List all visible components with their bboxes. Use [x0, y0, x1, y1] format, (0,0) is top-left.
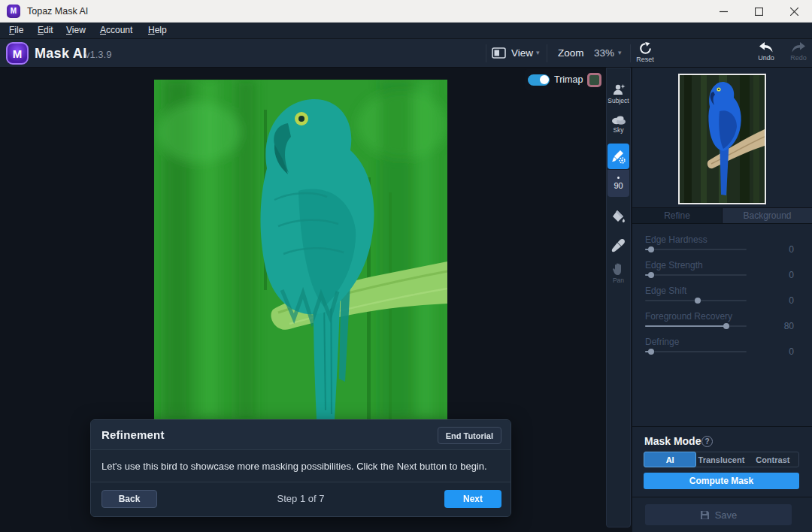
brush-size-value: 90 [614, 181, 623, 190]
window-title: Topaz Mask AI [27, 6, 88, 17]
eyedropper-icon [611, 238, 626, 252]
slider-handle[interactable] [695, 298, 701, 304]
help-icon[interactable]: ? [701, 436, 713, 447]
app-version: v1.3.9 [85, 49, 111, 60]
reset-button[interactable]: Reset [629, 42, 662, 63]
menu-help[interactable]: Help [148, 25, 167, 35]
right-panel: Refine Background Edge Hardness 0 Edge S… [632, 68, 812, 532]
slider-foreground-recovery[interactable]: Foreground Recovery 80 [645, 311, 799, 334]
redo-icon [791, 42, 806, 53]
maximize-icon [755, 8, 763, 16]
mask-mode-ai[interactable]: AI [644, 452, 696, 467]
brush-size-indicator[interactable]: 90 [607, 170, 629, 197]
trimap-toggle[interactable] [528, 74, 550, 86]
save-label: Save [715, 509, 738, 521]
undo-button[interactable]: Undo [750, 42, 783, 62]
brush-settings-icon [611, 149, 626, 165]
undo-icon [759, 42, 774, 53]
slider-defringe[interactable]: Defringe 0 [645, 337, 799, 359]
slider-track[interactable] [645, 351, 747, 352]
pan-tool[interactable]: Pan [607, 262, 630, 284]
close-icon [790, 8, 798, 16]
subject-tool[interactable]: Subject [607, 83, 630, 104]
panel-tabs: Refine Background [632, 207, 812, 224]
slider-edge-shift[interactable]: Edge Shift 0 [645, 286, 799, 308]
title-bar: M Topaz Mask AI [0, 0, 812, 23]
mask-mode-title: Mask Mode [644, 435, 701, 447]
mask-mode-translucent[interactable]: Translucent [695, 452, 747, 467]
eyedropper-tool[interactable] [607, 238, 630, 252]
view-button[interactable]: View [511, 47, 533, 59]
canvas-area[interactable]: Trimap Refinement End Tutorial Let's use… [0, 68, 606, 532]
brush-size-dot [617, 177, 620, 179]
zoom-label: Zoom [558, 47, 584, 59]
redo-button[interactable]: Redo [782, 42, 812, 62]
compute-mask-button[interactable]: Compute Mask [644, 473, 799, 489]
fill-bucket-tool[interactable] [607, 210, 630, 225]
trimap-control: Trimap [525, 69, 604, 90]
save-button[interactable]: Save [645, 504, 792, 525]
tutorial-title: Refinement [102, 428, 165, 441]
maximize-button[interactable] [741, 0, 777, 23]
mask-mode-segmented: AI Translucent Contrast [644, 452, 799, 467]
slider-edge-hardness[interactable]: Edge Hardness 0 [645, 234, 799, 257]
end-tutorial-button[interactable]: End Tutorial [438, 427, 501, 444]
next-button[interactable]: Next [444, 490, 501, 508]
menu-bar: File Edit View Account Help [0, 23, 812, 39]
slider-handle[interactable] [723, 323, 729, 329]
slider-edge-strength[interactable]: Edge Strength 0 [645, 260, 799, 283]
brush-tool-selected[interactable] [607, 144, 629, 169]
view-chevron-icon[interactable]: ▾ [536, 49, 540, 56]
app-logo-icon: M [7, 5, 20, 18]
mask-mode-contrast[interactable]: Contrast [747, 452, 798, 467]
tutorial-dialog: Refinement End Tutorial Let's use this b… [90, 419, 511, 517]
slider-track[interactable] [645, 300, 747, 301]
trimap-color-swatch[interactable] [587, 73, 601, 87]
pan-hand-icon [612, 262, 625, 276]
trimap-label: Trimap [554, 74, 583, 85]
menu-account[interactable]: Account [100, 25, 132, 35]
sky-tool[interactable]: Sky [607, 115, 630, 134]
save-icon [700, 510, 710, 520]
close-button[interactable] [777, 0, 812, 23]
slider-track[interactable] [645, 249, 747, 250]
slider-track[interactable] [645, 274, 747, 276]
menu-file[interactable]: File [9, 25, 23, 35]
slider-handle[interactable] [648, 349, 654, 355]
subject-icon [612, 83, 626, 96]
sky-icon [611, 115, 626, 125]
menu-edit[interactable]: Edit [38, 25, 53, 35]
zoom-chevron-icon[interactable]: ▾ [618, 49, 622, 56]
fill-bucket-icon [611, 210, 626, 225]
tutorial-body-text: Let's use this bird to showcase more mas… [91, 450, 511, 482]
reset-icon [639, 42, 652, 55]
app-header: M Mask AI v1.3.9 View ▾ Zoom 33% ▾ Reset… [0, 39, 812, 68]
brand-logo: M [6, 42, 29, 65]
tool-strip: Subject Sky 90 [606, 68, 631, 527]
navigator-thumbnail[interactable] [678, 74, 766, 204]
zoom-value[interactable]: 33% [594, 47, 614, 59]
slider-handle[interactable] [648, 246, 654, 252]
app-window: M Topaz Mask AI File Edit View Account H… [0, 0, 812, 532]
masked-image-parrot[interactable] [154, 80, 447, 419]
tab-background[interactable]: Background [723, 208, 812, 223]
slider-handle[interactable] [648, 272, 654, 278]
menu-view[interactable]: View [66, 25, 86, 35]
minimize-icon [720, 8, 728, 16]
app-name: Mask AI [35, 46, 86, 62]
view-icon [492, 47, 506, 59]
slider-track[interactable] [645, 325, 747, 327]
tab-refine[interactable]: Refine [632, 208, 723, 223]
minimize-button[interactable] [706, 0, 741, 23]
